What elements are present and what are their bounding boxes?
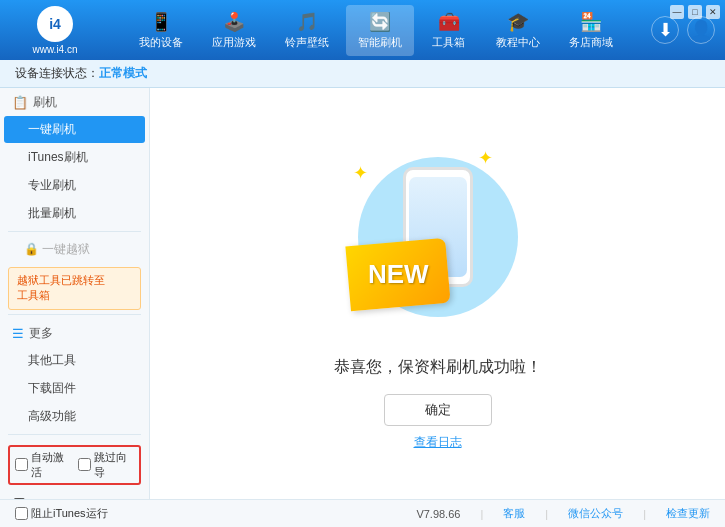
toolbox-icon: 🧰 — [438, 11, 460, 33]
footer-customer-service[interactable]: 客服 — [503, 506, 525, 521]
sidebar-item-advanced[interactable]: 高级功能 — [4, 403, 145, 430]
sidebar-disabled-jailbreak: 🔒 一键越狱 — [0, 236, 149, 263]
main-layout: 📋 刷机 一键刷机 iTunes刷机 专业刷机 批量刷机 🔒 一键越狱 越狱工具… — [0, 88, 725, 499]
logo-icon: i4 — [37, 6, 73, 42]
disabled-icon: 🔒 — [24, 242, 39, 256]
sparkle-right: ✦ — [478, 147, 493, 169]
logo-area: i4 www.i4.cn — [10, 6, 100, 55]
sidebar-item-itunes-flash[interactable]: iTunes刷机 — [4, 144, 145, 171]
nav-smart-flash[interactable]: 🔄 智能刷机 — [346, 5, 414, 56]
nav-business[interactable]: 🏪 务店商域 — [557, 5, 625, 56]
smart-flash-icon: 🔄 — [369, 11, 391, 33]
one-key-flash-label: 一键刷机 — [28, 122, 76, 136]
status-bar: 设备连接状态： 正常模式 — [0, 60, 725, 88]
new-ribbon: NEW — [345, 237, 450, 310]
footer-check-update[interactable]: 检查更新 — [666, 506, 710, 521]
footer-block-itunes-checkbox[interactable]: 阻止iTunes运行 — [15, 506, 108, 521]
advanced-label: 高级功能 — [28, 409, 76, 423]
batch-flash-label: 批量刷机 — [28, 206, 76, 220]
footer-div-2: | — [545, 508, 548, 520]
pro-flash-label: 专业刷机 — [28, 178, 76, 192]
auto-activate-input[interactable] — [15, 458, 28, 471]
success-title: 恭喜您，保资料刷机成功啦！ — [334, 357, 542, 378]
logo-sub: www.i4.cn — [32, 44, 77, 55]
sparkle-left: ✦ — [353, 162, 368, 184]
sidebar-section-more: ☰ 更多 — [0, 319, 149, 346]
more-section-icon: ☰ — [12, 326, 24, 341]
maximize-button[interactable]: □ — [688, 5, 702, 19]
ringtones-icon: 🎵 — [296, 11, 318, 33]
user-button[interactable]: 👤 — [687, 16, 715, 44]
my-device-icon: 📱 — [150, 11, 172, 33]
sidebar-warning-box: 越狱工具已跳转至工具箱 — [8, 267, 141, 310]
sidebar-item-batch-flash[interactable]: 批量刷机 — [4, 200, 145, 227]
device-info: 📱 iPhone 15 Pro Max 512GB iPhone — [8, 491, 141, 499]
device-phone-icon: 📱 — [8, 497, 30, 499]
nav-bar: 📱 我的设备 🕹️ 应用游戏 🎵 铃声壁纸 🔄 智能刷机 🧰 工具箱 🎓 教程中… — [110, 5, 641, 56]
business-icon: 🏪 — [580, 11, 602, 33]
sidebar-item-one-key-flash[interactable]: 一键刷机 — [4, 116, 145, 143]
logo-text: i4 — [49, 16, 61, 32]
nav-smart-flash-label: 智能刷机 — [358, 35, 402, 50]
sidebar-bottom: 自动激活 跳过向导 📱 iPhone 15 Pro Max 512GB iPho… — [0, 439, 149, 499]
nav-my-device-label: 我的设备 — [139, 35, 183, 50]
nav-toolbox-label: 工具箱 — [432, 35, 465, 50]
warning-text: 越狱工具已跳转至工具箱 — [17, 274, 105, 301]
footer-div-1: | — [480, 508, 483, 520]
header: i4 www.i4.cn 📱 我的设备 🕹️ 应用游戏 🎵 铃声壁纸 🔄 智能刷… — [0, 0, 725, 60]
nav-toolbox[interactable]: 🧰 工具箱 — [419, 5, 479, 56]
nav-my-device[interactable]: 📱 我的设备 — [127, 5, 195, 56]
footer-block-itunes-input[interactable] — [15, 507, 28, 520]
more-section-label: 更多 — [29, 325, 53, 342]
download-firmware-label: 下载固件 — [28, 381, 76, 395]
tutorials-icon: 🎓 — [507, 11, 529, 33]
skip-guide-input[interactable] — [78, 458, 91, 471]
sidebar-divider-3 — [8, 434, 141, 435]
apps-games-icon: 🕹️ — [223, 11, 245, 33]
download-button[interactable]: ⬇ — [651, 16, 679, 44]
new-label: NEW — [367, 259, 428, 290]
sidebar-divider-2 — [8, 314, 141, 315]
auto-activate-checkbox[interactable]: 自动激活 — [15, 450, 72, 480]
checkbox-row: 自动激活 跳过向导 — [8, 445, 141, 485]
sidebar-item-other-tools[interactable]: 其他工具 — [4, 347, 145, 374]
footer-block-itunes-label: 阻止iTunes运行 — [31, 506, 108, 521]
sidebar: 📋 刷机 一键刷机 iTunes刷机 专业刷机 批量刷机 🔒 一键越狱 越狱工具… — [0, 88, 150, 499]
footer: 阻止iTunes运行 V7.98.66 | 客服 | 微信公众号 | 检查更新 — [0, 499, 725, 527]
sidebar-section-flash: 📋 刷机 — [0, 88, 149, 115]
itunes-flash-label: iTunes刷机 — [28, 150, 88, 164]
window-controls: — □ ✕ — [670, 5, 720, 19]
skip-guide-checkbox[interactable]: 跳过向导 — [78, 450, 135, 480]
footer-div-3: | — [643, 508, 646, 520]
flash-section-icon: 📋 — [12, 95, 28, 110]
disabled-label: 一键越狱 — [42, 242, 90, 256]
nav-apps-games-label: 应用游戏 — [212, 35, 256, 50]
other-tools-label: 其他工具 — [28, 353, 76, 367]
sidebar-item-pro-flash[interactable]: 专业刷机 — [4, 172, 145, 199]
skip-guide-label: 跳过向导 — [94, 450, 135, 480]
auto-activate-label: 自动激活 — [31, 450, 72, 480]
nav-apps-games[interactable]: 🕹️ 应用游戏 — [200, 5, 268, 56]
content-area: ✦ ✦ NEW 恭喜您，保资料刷机成功啦！ 确定 查看日志 — [150, 88, 725, 499]
minimize-button[interactable]: — — [670, 5, 684, 19]
flash-section-label: 刷机 — [33, 94, 57, 111]
status-prefix: 设备连接状态： — [15, 65, 99, 82]
device-details: iPhone 15 Pro Max 512GB iPhone — [36, 495, 141, 499]
device-name: iPhone 15 Pro Max — [36, 495, 141, 499]
nav-tutorials[interactable]: 🎓 教程中心 — [484, 5, 552, 56]
header-right: ⬇ 👤 — [651, 16, 715, 44]
close-button[interactable]: ✕ — [706, 5, 720, 19]
confirm-button[interactable]: 确定 — [384, 394, 492, 426]
sidebar-item-download-firmware[interactable]: 下载固件 — [4, 375, 145, 402]
nav-ringtones[interactable]: 🎵 铃声壁纸 — [273, 5, 341, 56]
footer-wechat[interactable]: 微信公众号 — [568, 506, 623, 521]
status-mode: 正常模式 — [99, 65, 147, 82]
footer-version: V7.98.66 — [416, 508, 460, 520]
nav-tutorials-label: 教程中心 — [496, 35, 540, 50]
log-link[interactable]: 查看日志 — [414, 434, 462, 451]
nav-business-label: 务店商域 — [569, 35, 613, 50]
nav-ringtones-label: 铃声壁纸 — [285, 35, 329, 50]
success-illustration: ✦ ✦ NEW — [348, 137, 528, 337]
sidebar-divider-1 — [8, 231, 141, 232]
